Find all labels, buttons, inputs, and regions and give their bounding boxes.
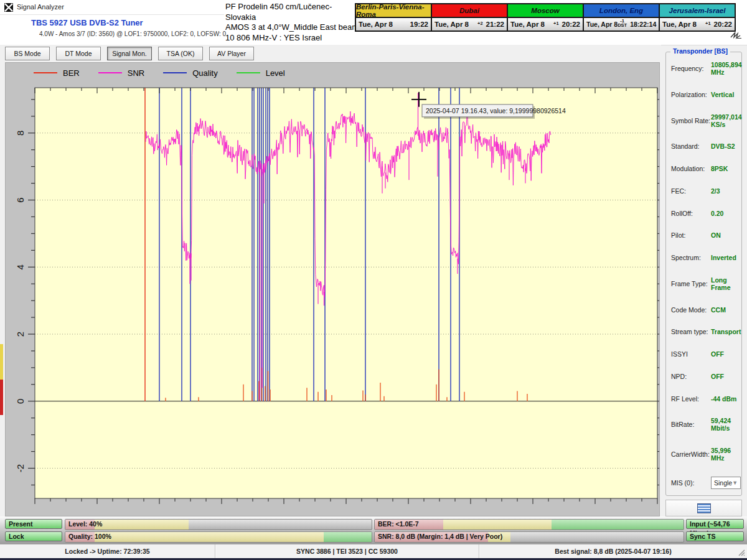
svg-text:6: 6	[15, 197, 26, 202]
transponder-panel: Transponder [BS] Frequency:10805,894 MHz…	[663, 47, 745, 516]
tp-row-spectrum: Spectrum:Inverted	[671, 254, 739, 261]
signal-plot[interactable]: -2024682025-04-07 19.16.43, value: 9,199…	[6, 63, 659, 516]
chevron-down-icon: ▼	[732, 480, 738, 486]
mode-tabstrip: BS Mode DT Mode Signal Mon. TSA (OK) AV …	[0, 45, 661, 62]
tuner-title: TBS 5927 USB DVB-S2 Tuner	[31, 18, 143, 27]
tp-row-issyi: ISSYIOFF	[671, 350, 739, 358]
tp-row-standard: Standard:DVB-S2	[671, 142, 739, 150]
tp-row-carrierwidth: CarrierWidth:35,996 MHz	[671, 447, 739, 462]
tab-tsa[interactable]: TSA (OK)	[158, 47, 203, 60]
tp-row-fec: FEC:2/3	[671, 187, 739, 195]
signature-watermark-icon	[730, 31, 742, 39]
tp-row-symbol-rate: Symbol Rate:29997,014 KS/s	[671, 113, 739, 128]
clock-dubai: Dubai Tue, Apr 8 +2 21:22	[431, 3, 508, 32]
clock-time: 20:22	[714, 21, 732, 28]
sync-ts-indicator: Sync TS	[686, 531, 744, 541]
statusbar: Locked -> Uptime: 72:39:35 SYNC 3886 | T…	[0, 544, 747, 558]
tp-row-code-mode: Code Mode:CCM	[671, 306, 739, 314]
save-button[interactable]	[665, 500, 742, 516]
info-line: AMOS 3 at 4,0°W_Middle East beam	[225, 22, 359, 33]
tp-row-bitrate: BitRate:59,424 Mbit/s	[671, 417, 739, 432]
indicator-strip: Present Lock Level: 40% BER: <1.0E-7 Qua…	[0, 516, 747, 544]
clock-time: 21:22	[486, 21, 504, 28]
signal-chart[interactable]: BER SNR Quality Level -2024682025-04-07 …	[5, 62, 660, 516]
titlebar-separator	[0, 14, 224, 15]
signal-analyzer-window: Signal Analyzer TBS 5927 USB DVB-S2 Tune…	[0, 0, 747, 560]
svg-text:2025-04-07 19.16.43, value: 9,: 2025-04-07 19.16.43, value: 9,1999998092…	[426, 107, 566, 114]
svg-text:-2: -2	[15, 464, 26, 472]
clock-time: 19:22	[410, 21, 428, 28]
svg-text:8: 8	[15, 131, 26, 136]
statusbar-best-signal: Best signal: 8,8 dB (2025-04-07 19:16)	[479, 544, 747, 558]
statusbar-uptime: Locked -> Uptime: 72:39:35	[0, 544, 215, 558]
tab-signal-mon[interactable]: Signal Mon.	[107, 47, 152, 60]
clock-time: 20:22	[562, 21, 580, 28]
clock-date: Tue, Apr 8	[359, 21, 393, 28]
window-title: Signal Analyzer	[17, 3, 64, 11]
tab-av-player[interactable]: AV Player	[209, 47, 254, 60]
tp-row-rolloff: RollOff:0.20	[671, 210, 739, 217]
tp-row-pilot: Pilot:ON	[671, 231, 739, 239]
info-line: PF Prodelin 450 cm/Lučenec-Slovakia	[225, 2, 359, 22]
clock-time: 18:22:14	[630, 21, 656, 28]
clock-jerusalem: Jerusalem-Israel Tue, Apr 8 +1 20:22	[659, 3, 736, 32]
background-window-strip-red	[0, 380, 3, 415]
svg-text:0: 0	[15, 399, 26, 404]
save-icon	[697, 503, 711, 513]
svg-text:2: 2	[15, 332, 26, 337]
tuner-subtitle: 4.0W - Amos 3/7 (ID: 3560) @ LOF1: 97500…	[39, 30, 226, 37]
tp-row-frequency: Frequency:10805,894 MHz	[671, 61, 739, 76]
tp-row-mis: MIS (0): Single ▼	[671, 477, 739, 489]
svg-text:4: 4	[15, 264, 26, 269]
level-bar: Level: 40%	[65, 519, 372, 530]
header: Signal Analyzer TBS 5927 USB DVB-S2 Tune…	[0, 0, 747, 45]
clock-date: Tue, Apr 8	[586, 21, 618, 28]
app-icon	[4, 3, 13, 12]
clock-london: London, Eng Tue, Apr 8 -1DST 18:22:14	[583, 3, 660, 32]
clock-moscow: Moscow Tue, Apr 8 +1 20:22	[507, 3, 584, 32]
clock-date: Tue, Apr 8	[435, 21, 469, 28]
tp-row-rf-level: RF Level:-44 dBm	[671, 395, 739, 403]
statusbar-sync-counters: SYNC 3886 | TEI 3523 | CC 59300	[215, 544, 479, 558]
input-rate-indicator: Input (~54,76 Mbps)	[686, 519, 744, 529]
clock-berlin-paris-vienna-roma: Berlin-Paris-Vienna-Roma Tue, Apr 8 19:2…	[355, 3, 432, 32]
mis-dropdown[interactable]: Single ▼	[711, 477, 741, 489]
quality-bar: Quality: 100%	[65, 531, 372, 543]
tab-dt-mode[interactable]: DT Mode	[56, 47, 101, 60]
present-indicator: Present	[5, 519, 62, 529]
clock-date: Tue, Apr 8	[510, 21, 545, 28]
tab-bs-mode[interactable]: BS Mode	[5, 47, 50, 60]
tp-row-polarization: Polarization:Vertical	[671, 91, 739, 98]
tp-row-frame-type: Frame Type:Long Frame	[671, 276, 739, 291]
info-line: 10 806 MHz-V : YES Israel	[225, 33, 359, 44]
tp-row-stream-type: Stream type:Transport	[671, 328, 739, 335]
ber-bar: BER: <1.0E-7	[374, 519, 684, 530]
background-window-strip-yellow	[0, 344, 3, 380]
tp-row-npd: NPD:OFF	[671, 373, 739, 380]
world-clocks: Berlin-Paris-Vienna-Roma Tue, Apr 8 19:2…	[356, 3, 736, 32]
clock-date: Tue, Apr 8	[662, 21, 697, 28]
snr-bar: SNR: 8,0 dB (Margin: 1,4 dB | Very Poor)	[374, 531, 684, 543]
tp-row-modulation: Modulation:8PSK	[671, 165, 739, 172]
transponder-title: Transponder [BS]	[670, 47, 730, 55]
resize-grip[interactable]	[738, 549, 746, 557]
lock-indicator: Lock	[5, 531, 62, 541]
transponder-groupbox: Transponder [BS] Frequency:10805,894 MHz…	[665, 52, 742, 496]
